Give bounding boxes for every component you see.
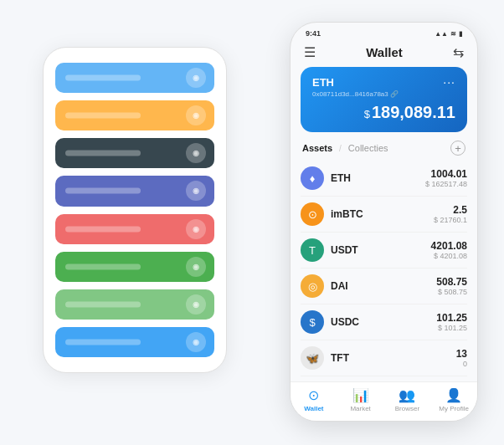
status-bar: 9:41 ▲▲ ≋ ▮ xyxy=(291,23,477,41)
signal-icon: ▲▲ xyxy=(435,30,448,38)
token-row[interactable]: $USDC101.25$ 101.25 xyxy=(301,304,467,340)
bottom-nav: ⊙Wallet📊Market👥Browser👤My Profile xyxy=(291,381,477,421)
card-row: ◉ xyxy=(55,214,214,244)
battery-icon: ▮ xyxy=(459,30,462,38)
wifi-icon: ≋ xyxy=(450,30,456,38)
scan-icon[interactable]: ⇆ xyxy=(453,44,464,60)
eth-card[interactable]: ETH ··· 0x08711d3d...8416a78a3 🔗 $189,08… xyxy=(301,67,467,132)
nav-label: Wallet xyxy=(304,405,323,412)
token-icon: ⊙ xyxy=(301,202,324,226)
token-amount: 2.5 xyxy=(434,204,467,216)
page-title: Wallet xyxy=(366,45,403,59)
card-row: ◉ xyxy=(55,138,214,168)
main-phone: 9:41 ▲▲ ≋ ▮ ☰ Wallet ⇆ ETH ··· 0x08711d3… xyxy=(290,22,478,422)
token-row[interactable]: ♦ETH1004.01$ 162517.48 xyxy=(301,161,467,197)
card-row: ◉ xyxy=(55,176,214,206)
nav-label: Browser xyxy=(395,405,419,412)
token-name: DAI xyxy=(331,280,436,292)
token-usd: $ 21760.1 xyxy=(434,216,467,224)
token-icon: ♦ xyxy=(301,166,324,190)
scene: ◉◉◉◉◉◉◉◉ 9:41 ▲▲ ≋ ▮ ☰ Wallet ⇆ ETH ··· … xyxy=(18,13,486,432)
eth-balance-value: 189,089.11 xyxy=(372,103,455,121)
assets-header: Assets / Collecties + xyxy=(291,141,477,161)
token-values: 508.75$ 508.75 xyxy=(436,276,467,296)
token-values: 130 xyxy=(456,348,467,368)
status-icons: ▲▲ ≋ ▮ xyxy=(435,30,462,38)
nav-item-market[interactable]: 📊Market xyxy=(337,387,384,412)
background-phone: ◉◉◉◉◉◉◉◉ xyxy=(43,47,227,373)
nav-label: My Profile xyxy=(439,405,469,412)
time: 9:41 xyxy=(306,29,321,38)
token-amount: 1004.01 xyxy=(425,168,467,180)
token-amount: 13 xyxy=(456,348,467,360)
nav-icon: 👥 xyxy=(399,387,415,403)
token-name: imBTC xyxy=(331,208,434,220)
token-icon: 🦋 xyxy=(301,346,324,370)
token-name: USDC xyxy=(331,316,436,328)
eth-address: 0x08711d3d...8416a78a3 🔗 xyxy=(312,90,455,98)
token-amount: 101.25 xyxy=(436,312,467,324)
tab-divider: / xyxy=(339,144,342,153)
nav-label: Market xyxy=(350,405,370,412)
token-usd: 0 xyxy=(456,360,467,368)
token-icon: $ xyxy=(301,310,324,334)
token-values: 4201.08$ 4201.08 xyxy=(431,240,467,260)
card-row: ◉ xyxy=(55,289,214,320)
card-row: ◉ xyxy=(55,252,214,282)
token-usd: $ 508.75 xyxy=(436,288,467,296)
eth-card-menu[interactable]: ··· xyxy=(443,75,455,89)
token-row[interactable]: ⊙imBTC2.5$ 21760.1 xyxy=(301,197,467,233)
nav-icon: 👤 xyxy=(445,387,462,403)
token-icon: ◎ xyxy=(301,274,324,298)
card-row: ◉ xyxy=(55,327,214,357)
nav-icon: 📊 xyxy=(352,387,369,403)
token-list: ♦ETH1004.01$ 162517.48⊙imBTC2.5$ 21760.1… xyxy=(291,161,477,381)
token-usd: $ 162517.48 xyxy=(425,180,467,188)
token-name: USDT xyxy=(331,244,431,256)
token-row[interactable]: TUSDT4201.08$ 4201.08 xyxy=(301,233,467,269)
card-row: ◉ xyxy=(55,63,214,93)
nav-icon: ⊙ xyxy=(308,387,319,403)
card-row: ◉ xyxy=(55,100,214,130)
top-bar: ☰ Wallet ⇆ xyxy=(291,41,477,67)
token-name: ETH xyxy=(331,172,425,184)
token-values: 2.5$ 21760.1 xyxy=(434,204,467,224)
token-amount: 508.75 xyxy=(436,276,467,288)
token-usd: $ 101.25 xyxy=(436,324,467,332)
tab-collecties[interactable]: Collecties xyxy=(348,143,388,153)
token-name: TFT xyxy=(331,352,456,364)
eth-card-label: ETH xyxy=(312,76,334,89)
nav-item-browser[interactable]: 👥Browser xyxy=(384,387,431,412)
nav-item-wallet[interactable]: ⊙Wallet xyxy=(291,387,337,412)
tab-assets[interactable]: Assets xyxy=(302,143,332,153)
token-values: 1004.01$ 162517.48 xyxy=(425,168,467,188)
token-row[interactable]: ◎DAI508.75$ 508.75 xyxy=(301,269,467,304)
token-icon: T xyxy=(301,238,324,262)
token-row[interactable]: 🦋TFT130 xyxy=(301,340,467,376)
eth-balance: $189,089.11 xyxy=(312,103,455,122)
hamburger-icon[interactable]: ☰ xyxy=(304,44,316,60)
assets-tabs: Assets / Collecties xyxy=(302,143,388,153)
nav-item-my-profile[interactable]: 👤My Profile xyxy=(430,387,477,412)
token-usd: $ 4201.08 xyxy=(431,252,467,260)
token-amount: 4201.08 xyxy=(431,240,467,252)
eth-balance-symbol: $ xyxy=(364,108,370,120)
token-values: 101.25$ 101.25 xyxy=(436,312,467,332)
add-token-button[interactable]: + xyxy=(450,141,465,156)
